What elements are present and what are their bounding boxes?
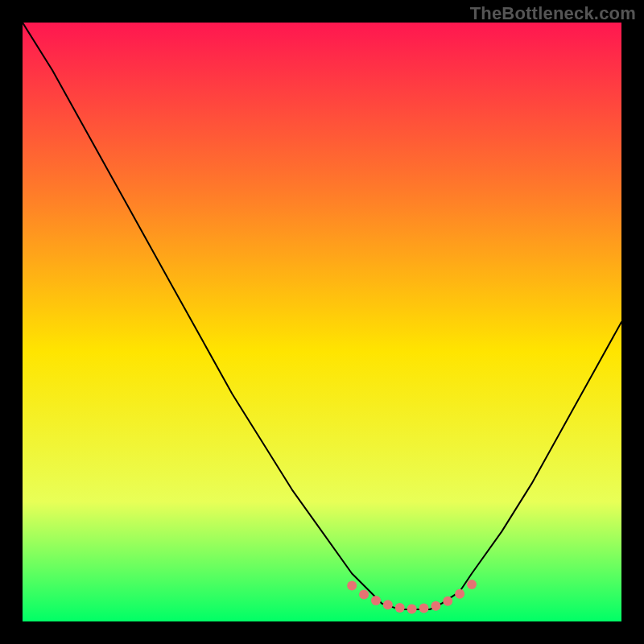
watermark-text: TheBottleneck.com — [470, 3, 636, 24]
highlight-dot — [467, 580, 477, 589]
plot-svg — [23, 23, 621, 621]
highlight-dot — [359, 590, 369, 600]
highlight-dot — [395, 603, 405, 613]
highlight-dot — [443, 597, 452, 606]
chart-frame: TheBottleneck.com — [0, 0, 644, 644]
highlight-dot — [371, 596, 381, 605]
highlight-dot — [383, 600, 393, 609]
highlight-dot — [455, 589, 464, 599]
highlight-dot — [419, 604, 429, 613]
plot-area — [23, 23, 621, 621]
highlight-dot — [431, 601, 440, 611]
highlight-dot — [347, 580, 357, 590]
highlight-dot — [407, 604, 417, 613]
